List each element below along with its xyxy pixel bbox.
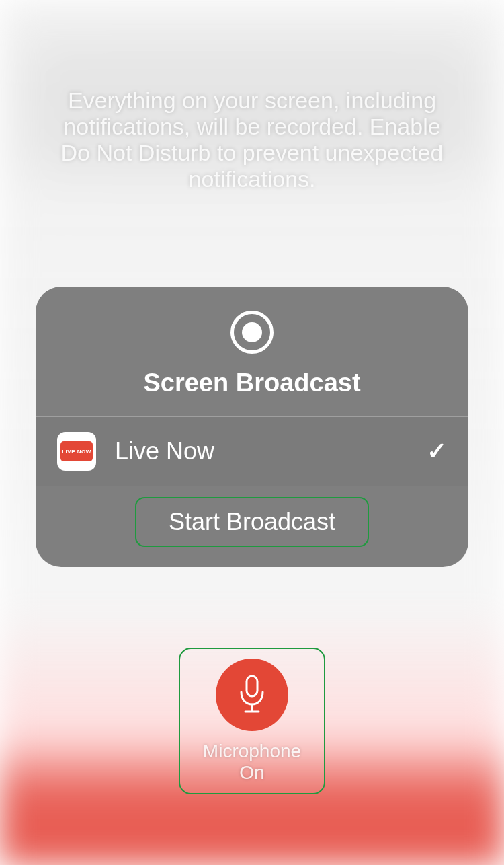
broadcast-target-row[interactable]: LIVE NOW Live Now ✓ (36, 417, 468, 486)
microphone-svg (237, 675, 267, 715)
panel-header: Screen Broadcast (36, 287, 468, 417)
live-now-app-icon: LIVE NOW (57, 432, 96, 471)
panel-title: Screen Broadcast (143, 369, 360, 398)
microphone-label-line2: On (239, 762, 264, 783)
recording-warning-text: Everything on your screen, including not… (50, 87, 454, 192)
microphone-toggle[interactable]: Microphone On (179, 648, 325, 794)
microphone-label: Microphone On (203, 741, 301, 784)
broadcast-panel: Screen Broadcast LIVE NOW Live Now ✓ Sta… (36, 287, 468, 567)
checkmark-icon: ✓ (427, 437, 447, 465)
start-row: Start Broadcast (36, 486, 468, 567)
start-broadcast-button[interactable]: Start Broadcast (135, 497, 369, 547)
record-icon-dot (242, 322, 262, 342)
svg-rect-0 (247, 676, 257, 696)
microphone-icon (216, 659, 288, 731)
live-now-icon-text: LIVE NOW (62, 449, 91, 455)
microphone-label-line1: Microphone (203, 741, 301, 761)
screen-broadcast-overlay: Everything on your screen, including not… (0, 0, 504, 865)
live-now-icon-badge: LIVE NOW (60, 441, 93, 461)
app-name-label: Live Now (115, 437, 427, 465)
record-icon (230, 311, 274, 354)
